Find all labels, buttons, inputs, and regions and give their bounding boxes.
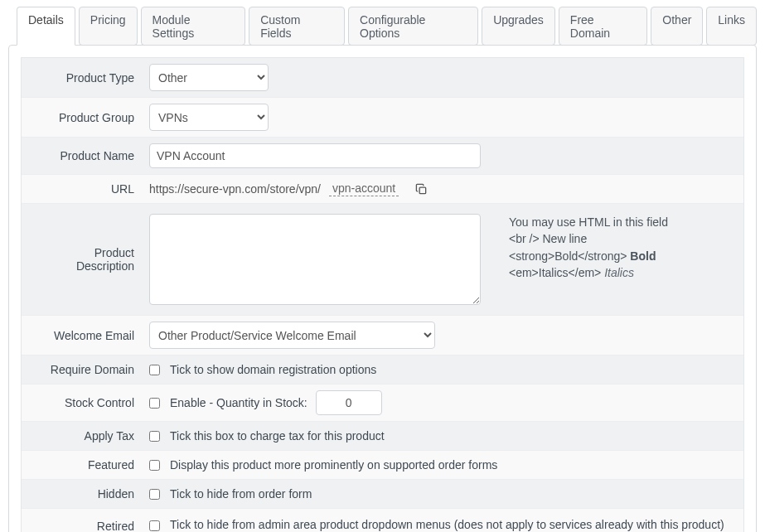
hint-br-code: <br /> bbox=[509, 232, 540, 245]
tab-upgrades[interactable]: Upgrades bbox=[482, 7, 555, 46]
hidden-text: Tick to hide from order form bbox=[170, 487, 312, 501]
tab-configurable-options[interactable]: Configurable Options bbox=[348, 7, 478, 46]
row-product-description: ProductDescription You may use HTML in t… bbox=[22, 203, 743, 315]
row-welcome-email: Welcome Email Other Product/Service Welc… bbox=[22, 315, 743, 355]
tab-details[interactable]: Details bbox=[17, 7, 75, 46]
hint-strong-code: <strong>Bold</strong> bbox=[509, 249, 627, 263]
label-url: URL bbox=[22, 175, 143, 203]
row-stock-control: Stock Control Enable - Quantity in Stock… bbox=[22, 384, 743, 421]
row-retired: Retired Tick to hide from admin area pro… bbox=[22, 508, 743, 532]
hint-line1: You may use HTML in this field bbox=[509, 215, 668, 229]
tab-bar: Details Pricing Module Settings Custom F… bbox=[8, 7, 757, 46]
details-form: Product Type Other Product Group VPNs Pr… bbox=[21, 57, 744, 532]
hint-em-code: <em>Italics</em> bbox=[509, 266, 601, 279]
tab-other[interactable]: Other bbox=[651, 7, 703, 46]
label-welcome-email: Welcome Email bbox=[22, 322, 143, 350]
label-product-group: Product Group bbox=[22, 104, 143, 132]
description-hint: You may use HTML in this field <br /> Ne… bbox=[509, 214, 668, 281]
retired-checkbox[interactable] bbox=[149, 520, 160, 531]
label-hidden: Hidden bbox=[22, 480, 143, 508]
hint-strong-example: Bold bbox=[627, 249, 656, 263]
hint-br-text: New line bbox=[540, 232, 588, 245]
stock-control-text: Enable - Quantity in Stock: bbox=[170, 396, 307, 409]
row-product-type: Product Type Other bbox=[22, 58, 743, 97]
product-group-select[interactable]: VPNs bbox=[149, 104, 269, 131]
row-url: URL https://secure-vpn.com/store/vpn/ vp… bbox=[22, 174, 743, 203]
stock-control-checkbox[interactable] bbox=[149, 398, 160, 409]
row-product-group: Product Group VPNs bbox=[22, 97, 743, 137]
url-slug[interactable]: vpn-account bbox=[329, 181, 399, 196]
hidden-checkbox[interactable] bbox=[149, 489, 160, 500]
svg-rect-0 bbox=[419, 187, 426, 194]
label-retired: Retired bbox=[22, 509, 143, 532]
row-product-name: Product Name bbox=[22, 137, 743, 174]
row-apply-tax: Apply Tax Tick this box to charge tax fo… bbox=[22, 421, 743, 450]
tab-pricing[interactable]: Pricing bbox=[79, 7, 138, 46]
label-product-type: Product Type bbox=[22, 64, 143, 92]
copy-icon[interactable] bbox=[415, 183, 428, 196]
label-featured: Featured bbox=[22, 451, 143, 479]
product-name-input[interactable] bbox=[149, 143, 481, 168]
url-base-text: https://secure-vpn.com/store/vpn/ bbox=[149, 182, 321, 196]
welcome-email-select[interactable]: Other Product/Service Welcome Email bbox=[149, 322, 435, 349]
row-require-domain: Require Domain Tick to show domain regis… bbox=[22, 355, 743, 384]
product-description-textarea[interactable] bbox=[149, 214, 481, 305]
tab-free-domain[interactable]: Free Domain bbox=[559, 7, 647, 46]
stock-quantity-input[interactable] bbox=[316, 390, 382, 415]
retired-text: Tick to hide from admin area product dro… bbox=[170, 517, 737, 532]
product-type-select[interactable]: Other bbox=[149, 64, 269, 91]
require-domain-text: Tick to show domain registration options bbox=[170, 363, 376, 376]
featured-text: Display this product more prominently on… bbox=[170, 458, 497, 472]
label-stock-control: Stock Control bbox=[22, 389, 143, 417]
tab-module-settings[interactable]: Module Settings bbox=[141, 7, 246, 46]
label-require-domain: Require Domain bbox=[22, 355, 143, 384]
hint-em-example: Italics bbox=[601, 266, 634, 279]
apply-tax-checkbox[interactable] bbox=[149, 431, 160, 442]
label-product-description-text: ProductDescription bbox=[76, 246, 134, 273]
tab-custom-fields[interactable]: Custom Fields bbox=[249, 7, 345, 46]
details-panel: Product Type Other Product Group VPNs Pr… bbox=[8, 45, 757, 532]
label-product-name: Product Name bbox=[22, 142, 143, 170]
row-featured: Featured Display this product more promi… bbox=[22, 450, 743, 479]
featured-checkbox[interactable] bbox=[149, 460, 160, 471]
label-apply-tax: Apply Tax bbox=[22, 422, 143, 450]
tab-links[interactable]: Links bbox=[706, 7, 757, 46]
row-hidden: Hidden Tick to hide from order form bbox=[22, 479, 743, 508]
apply-tax-text: Tick this box to charge tax for this pro… bbox=[170, 429, 385, 443]
require-domain-checkbox[interactable] bbox=[149, 365, 160, 375]
label-product-description: ProductDescription bbox=[22, 239, 143, 280]
